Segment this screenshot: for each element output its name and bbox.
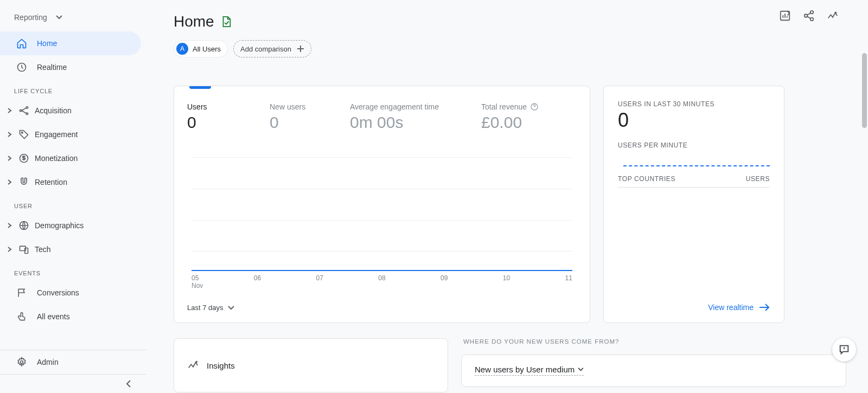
table-col-countries: TOP COUNTRIES (618, 175, 675, 183)
svg-point-9 (21, 361, 23, 364)
clock-icon (15, 62, 28, 73)
gear-icon (15, 357, 28, 368)
sidebar-item-label: Retention (35, 178, 67, 186)
page-title: Home (174, 13, 214, 30)
svg-point-1 (20, 109, 22, 111)
sidebar-item-engagement[interactable]: Engagement (0, 123, 141, 146)
feedback-button[interactable] (832, 338, 856, 362)
sidebar-item-retention[interactable]: Retention (0, 170, 141, 194)
realtime-per-minute-heading: USERS PER MINUTE (618, 141, 770, 149)
sources-card: New users by User medium (461, 355, 846, 387)
help-circle-icon[interactable] (530, 102, 539, 111)
caret-right-icon (8, 132, 13, 137)
sidebar-item-label: Acquisition (35, 106, 72, 115)
x-tick: 09 (441, 274, 448, 282)
sidebar-item-label: Admin (37, 358, 59, 366)
sidebar-item-acquisition[interactable]: Acquisition (0, 99, 141, 123)
section-label-user: USER (0, 194, 146, 214)
svg-point-3 (26, 113, 28, 114)
caret-down-icon (56, 15, 62, 20)
sidebar-item-admin[interactable]: Admin (0, 350, 146, 374)
devices-icon (17, 244, 30, 255)
realtime-card: USERS IN LAST 30 MINUTES 0 USERS PER MIN… (603, 86, 784, 323)
svg-point-4 (21, 132, 23, 133)
add-comparison-button[interactable]: Add comparison (233, 40, 311, 57)
metric-label: New users (270, 102, 320, 111)
date-range-label: Last 7 days (187, 304, 224, 312)
caret-right-icon (8, 223, 13, 228)
segment-chip-all-users[interactable]: A All Users (174, 40, 228, 57)
realtime-table-header: TOP COUNTRIES USERS (618, 175, 770, 188)
section-label-lifecycle: LIFE CYCLE (0, 79, 146, 99)
metric-value: £0.00 (481, 113, 539, 132)
share-nodes-icon (17, 105, 30, 116)
side-nav: Home Realtime LIFE CYCLE Acquisition (0, 31, 146, 350)
sidebar-item-label: Realtime (37, 63, 67, 72)
sidebar-item-realtime[interactable]: Realtime (0, 55, 141, 79)
scrollbar[interactable] (862, 53, 867, 128)
caret-right-icon (8, 247, 13, 252)
date-range-picker[interactable]: Last 7 days (187, 304, 577, 312)
sidebar-item-label: Tech (35, 245, 51, 254)
sidebar-item-label: Monetization (35, 154, 78, 163)
home-icon (15, 38, 28, 49)
plus-icon (297, 45, 304, 53)
sidebar-item-conversions[interactable]: Conversions (0, 281, 141, 305)
magnet-icon (17, 177, 30, 188)
view-realtime-link[interactable]: View realtime (708, 303, 770, 312)
sidebar-item-all-events[interactable]: All events (0, 305, 141, 328)
arrow-right-icon (759, 304, 770, 311)
share-icon[interactable] (803, 10, 815, 22)
customize-report-icon[interactable] (779, 10, 791, 22)
svg-point-13 (810, 18, 814, 21)
globe-icon (17, 220, 30, 231)
svg-point-2 (26, 107, 28, 108)
metric-avg-engagement[interactable]: Average engagement time 0m 00s (350, 95, 453, 132)
sources-dropdown-label: New users by User medium (475, 365, 575, 374)
dollar-circle-icon (17, 153, 30, 164)
sidebar-item-tech[interactable]: Tech (0, 237, 141, 261)
add-comparison-label: Add comparison (240, 45, 291, 53)
sources-heading: WHERE DO YOUR NEW USERS COME FROM? (463, 338, 846, 345)
report-switcher[interactable]: Reporting (0, 0, 146, 31)
x-tick: 05 (192, 274, 199, 282)
segment-badge: A (176, 43, 188, 55)
metric-label: Average engagement time (350, 102, 453, 111)
metric-value: 0 (270, 113, 320, 132)
realtime-users-value: 0 (618, 109, 770, 132)
sidebar-item-label: Engagement (35, 130, 78, 139)
insights-icon (187, 359, 199, 371)
flag-icon (15, 287, 28, 298)
svg-point-11 (810, 11, 814, 14)
sidebar-item-demographics[interactable]: Demographics (0, 214, 141, 237)
active-tab-indicator (189, 86, 211, 89)
metric-label: Users (187, 102, 237, 111)
metric-value: 0m 00s (350, 113, 453, 132)
tag-icon (17, 129, 30, 140)
svg-point-12 (805, 14, 808, 17)
chart-month-label: Nov (192, 282, 577, 289)
collapse-sidebar-button[interactable] (0, 374, 146, 393)
metric-new-users[interactable]: New users 0 (270, 95, 320, 132)
insights-title: Insights (207, 361, 235, 370)
metric-total-revenue[interactable]: Total revenue £0.00 (481, 95, 539, 132)
x-tick: 07 (316, 274, 323, 282)
sidebar-item-home[interactable]: Home (0, 31, 141, 55)
realtime-sparkline (623, 165, 770, 166)
caret-right-icon (8, 108, 13, 113)
sidebar-item-label: Demographics (35, 221, 84, 230)
insights-card[interactable]: Insights (174, 338, 448, 392)
verified-page-icon (221, 16, 232, 28)
sidebar-item-label: All events (37, 312, 70, 321)
overview-metrics-card: Users 0 New users 0 Average engagement t… (174, 86, 590, 323)
chevron-left-icon (126, 380, 131, 388)
x-tick: 11 (565, 274, 572, 282)
sidebar-item-monetization[interactable]: Monetization (0, 146, 141, 170)
svg-point-15 (196, 362, 197, 363)
feedback-icon (838, 344, 850, 356)
metric-label: Total revenue (481, 102, 539, 111)
metric-users[interactable]: Users 0 (187, 95, 237, 132)
sources-dimension-dropdown[interactable]: New users by User medium (475, 365, 584, 376)
insights-sparkle-icon[interactable] (827, 10, 839, 22)
sidebar: Reporting Home Realtime LIFE CYCLE (0, 0, 146, 393)
